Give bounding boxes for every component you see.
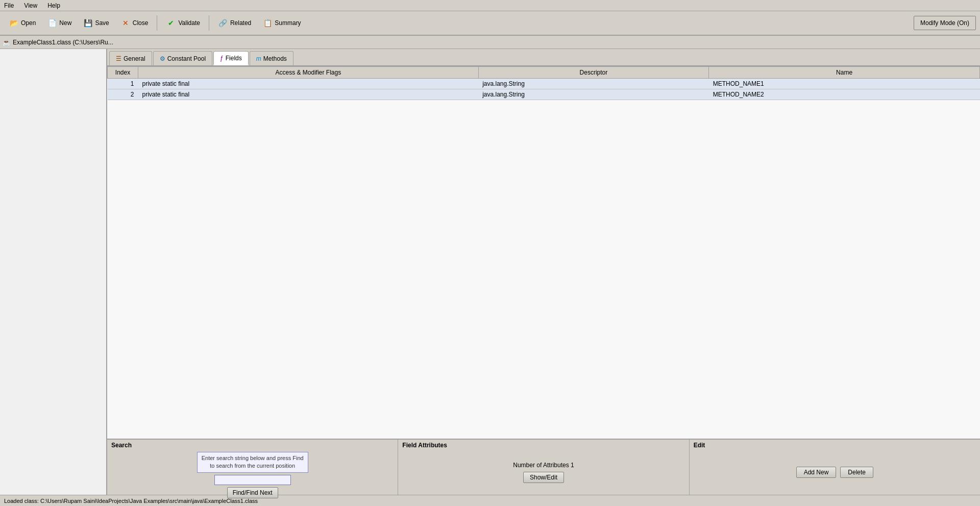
save-label: Save bbox=[95, 19, 109, 27]
field-attr-content: Number of Attributes 1 Show/Edit bbox=[402, 452, 684, 493]
search-hint: Enter search string below and press Find… bbox=[197, 452, 308, 473]
field-attributes-panel: Field Attributes Number of Attributes 1 … bbox=[398, 440, 689, 495]
summary-label: Summary bbox=[275, 19, 301, 27]
open-icon: 📂 bbox=[9, 18, 19, 28]
status-text: Loaded class: C:\Users\Rupam Saini\IdeaP… bbox=[4, 498, 258, 504]
related-button[interactable]: 🔗 Related bbox=[213, 14, 256, 32]
menu-help[interactable]: Help bbox=[45, 1, 62, 10]
cell-flags: private static final bbox=[138, 89, 479, 100]
menu-bar: File View Help bbox=[0, 0, 980, 11]
fields-icon: ƒ bbox=[220, 55, 224, 62]
search-panel: Search Enter search string below and pre… bbox=[107, 440, 398, 495]
cell-index: 2 bbox=[108, 89, 138, 100]
edit-title: Edit bbox=[694, 442, 976, 449]
search-title: Search bbox=[111, 442, 394, 449]
new-button[interactable]: 📄 New bbox=[42, 14, 76, 32]
right-panel: ☰ General ⚙ Constant Pool ƒ Fields m Met… bbox=[107, 49, 980, 495]
modify-mode-button[interactable]: Modify Mode (On) bbox=[914, 16, 976, 30]
inner-tabs: ☰ General ⚙ Constant Pool ƒ Fields m Met… bbox=[107, 49, 980, 66]
left-panel bbox=[0, 49, 107, 495]
menu-file[interactable]: File bbox=[2, 1, 16, 10]
menu-view[interactable]: View bbox=[22, 1, 39, 10]
cell-descriptor: java.lang.String bbox=[478, 89, 709, 100]
close-button[interactable]: ✕ Close bbox=[116, 14, 153, 32]
summary-button[interactable]: 📋 Summary bbox=[258, 14, 305, 32]
summary-icon: 📋 bbox=[262, 18, 273, 28]
fields-table: Index Access & Modifier Flags Descriptor… bbox=[107, 66, 980, 100]
attr-count: Number of Attributes 1 bbox=[513, 462, 574, 469]
open-button[interactable]: 📂 Open bbox=[4, 14, 40, 32]
table-row[interactable]: 2 private static final java.lang.String … bbox=[108, 89, 980, 100]
col-index: Index bbox=[108, 67, 138, 79]
cell-name: METHOD_NAME1 bbox=[709, 79, 980, 89]
separator-1 bbox=[157, 15, 157, 31]
tab-methods[interactable]: m Methods bbox=[250, 51, 293, 65]
breadcrumb: ExampleClass1.class (C:\Users\Ru... bbox=[13, 39, 113, 46]
cell-flags: private static final bbox=[138, 79, 479, 89]
attr-count-label: Number of Attributes bbox=[513, 462, 569, 469]
validate-icon: ✔ bbox=[166, 18, 176, 28]
toolbar: 📂 Open 📄 New 💾 Save ✕ Close ✔ Validate 🔗… bbox=[0, 11, 980, 36]
close-icon: ✕ bbox=[120, 18, 131, 28]
delete-button[interactable]: Delete bbox=[840, 467, 873, 478]
table-row[interactable]: 1 private static final java.lang.String … bbox=[108, 79, 980, 89]
constant-pool-icon: ⚙ bbox=[160, 55, 165, 62]
tab-fields-label: Fields bbox=[226, 55, 242, 62]
find-button[interactable]: Find/Find Next bbox=[227, 487, 278, 498]
validate-label: Validate bbox=[178, 19, 200, 27]
save-icon: 💾 bbox=[83, 18, 93, 28]
tab-general-label: General bbox=[124, 55, 145, 62]
cell-descriptor: java.lang.String bbox=[478, 79, 709, 89]
tab-methods-label: Methods bbox=[263, 55, 287, 62]
cell-name: METHOD_NAME2 bbox=[709, 89, 980, 100]
main-area: ☰ General ⚙ Constant Pool ƒ Fields m Met… bbox=[0, 49, 980, 495]
add-new-button[interactable]: Add New bbox=[796, 467, 837, 478]
search-input[interactable] bbox=[214, 475, 291, 485]
edit-content: Add New Delete bbox=[694, 452, 976, 493]
tab-fields[interactable]: ƒ Fields bbox=[213, 51, 249, 65]
cell-index: 1 bbox=[108, 79, 138, 89]
tab-constant-pool[interactable]: ⚙ Constant Pool bbox=[153, 51, 212, 65]
tab-general[interactable]: ☰ General bbox=[109, 51, 152, 65]
new-icon: 📄 bbox=[47, 18, 57, 28]
related-icon: 🔗 bbox=[218, 18, 228, 28]
col-descriptor: Descriptor bbox=[478, 67, 709, 79]
fields-table-area: Index Access & Modifier Flags Descriptor… bbox=[107, 66, 980, 439]
bottom-panels: Search Enter search string below and pre… bbox=[107, 439, 980, 495]
col-name: Name bbox=[709, 67, 980, 79]
validate-button[interactable]: ✔ Validate bbox=[161, 14, 204, 32]
separator-2 bbox=[209, 15, 209, 31]
edit-panel: Edit Add New Delete bbox=[690, 440, 980, 495]
search-content: Enter search string below and press Find… bbox=[111, 452, 394, 498]
field-attributes-title: Field Attributes bbox=[402, 442, 684, 449]
show-edit-button[interactable]: Show/Edit bbox=[523, 472, 564, 483]
attr-count-num: 1 bbox=[571, 462, 574, 469]
new-label: New bbox=[59, 19, 71, 27]
open-label: Open bbox=[21, 19, 36, 27]
close-label: Close bbox=[133, 19, 149, 27]
class-icon: ☕ bbox=[2, 38, 11, 46]
save-button[interactable]: 💾 Save bbox=[78, 14, 113, 32]
methods-icon: m bbox=[256, 55, 261, 62]
related-label: Related bbox=[230, 19, 251, 27]
general-icon: ☰ bbox=[116, 55, 121, 62]
tab-constant-pool-label: Constant Pool bbox=[167, 55, 206, 62]
col-flags: Access & Modifier Flags bbox=[138, 67, 479, 79]
breadcrumb-bar: ☕ ExampleClass1.class (C:\Users\Ru... bbox=[0, 36, 980, 49]
